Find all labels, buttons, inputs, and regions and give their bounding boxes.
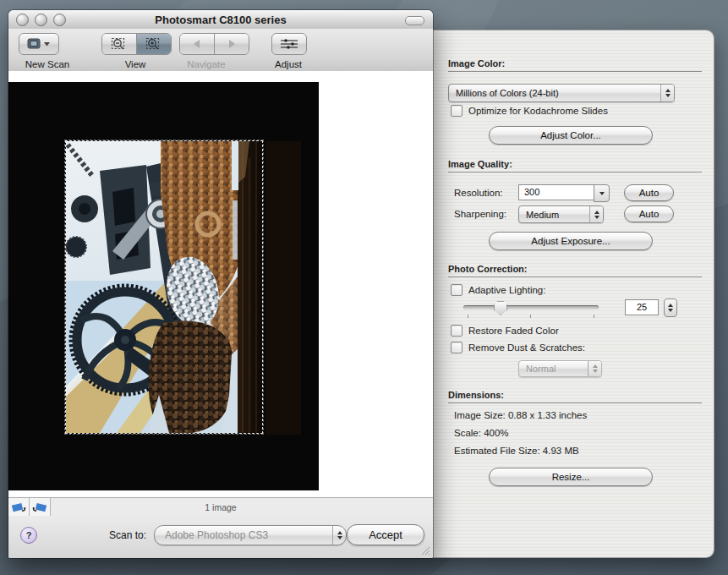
- navigate-label: Navigate: [168, 59, 244, 69]
- dust-scratches-checkbox[interactable]: [451, 342, 463, 353]
- scan-to-popup[interactable]: Adobe Photoshop CS3: [154, 525, 347, 545]
- restore-faded-label: Restore Faded Color: [468, 326, 559, 336]
- navigate-forward-button[interactable]: [214, 34, 249, 54]
- dust-scratches-row: Remove Dust & Scratches:: [451, 342, 585, 353]
- image-color-heading: Image Color:: [448, 58, 702, 72]
- dust-scratches-label: Remove Dust & Scratches:: [468, 342, 585, 353]
- dust-level-popup: Normal: [518, 360, 602, 377]
- popup-stepper-icon: [332, 526, 346, 545]
- slider-thumb[interactable]: [494, 301, 507, 315]
- slider-tick: [468, 315, 468, 318]
- color-depth-popup[interactable]: Millions of Colors (24-bit): [448, 84, 675, 102]
- restore-faded-checkbox[interactable]: [451, 325, 463, 337]
- new-scan-label: New Scan: [9, 59, 85, 69]
- toolbar-toggle-button[interactable]: [405, 16, 424, 25]
- navigate-back-button[interactable]: [180, 34, 214, 54]
- image-count-status: 1 image: [8, 502, 433, 512]
- scanner-icon: [26, 37, 52, 51]
- accept-button[interactable]: Accept: [347, 524, 424, 545]
- adaptive-lighting-stepper[interactable]: [664, 298, 677, 317]
- adjust-label: Adjust: [250, 59, 326, 69]
- resize-grip[interactable]: [419, 545, 430, 556]
- magnifier-plus-icon: [145, 37, 162, 52]
- popup-stepper-icon: [589, 206, 603, 222]
- bottom-bar: ? Scan to: Adobe Photoshop CS3 Accept: [8, 516, 433, 558]
- adaptive-lighting-value-field[interactable]: 25: [625, 299, 659, 315]
- scan-bed: [8, 82, 319, 490]
- slider-tick: [594, 315, 594, 318]
- color-depth-value: Millions of Colors (24-bit): [449, 88, 660, 98]
- new-scan-button[interactable]: [19, 33, 59, 55]
- titlebar[interactable]: Photosmart C8100 series: [8, 10, 433, 30]
- resolution-auto-button[interactable]: Auto: [624, 184, 674, 201]
- scan-selection[interactable]: [65, 140, 263, 434]
- popup-stepper-icon: [588, 361, 601, 376]
- kodachrome-checkbox[interactable]: [451, 105, 463, 117]
- toolbar: New Scan View: [8, 29, 433, 72]
- slider-tick: [530, 315, 531, 318]
- restore-faded-row: Restore Faded Color: [451, 325, 559, 337]
- resize-button[interactable]: Resize...: [489, 468, 653, 486]
- navigate-control: [179, 33, 249, 55]
- image-quality-heading: Image Quality:: [448, 159, 702, 172]
- preview-pane: [8, 71, 433, 497]
- scan-to-label: Scan to:: [97, 529, 146, 541]
- window-title: Photosmart C8100 series: [8, 14, 433, 26]
- sharpening-auto-button[interactable]: Auto: [624, 205, 674, 222]
- sharpening-label: Sharpening:: [454, 209, 506, 219]
- adaptive-lighting-label: Adaptive Lighting:: [468, 285, 545, 295]
- view-label: View: [97, 59, 173, 69]
- file-size-text: Estimated File Size: 4.93 MB: [454, 446, 579, 456]
- dropdown-arrow-icon[interactable]: [594, 184, 610, 202]
- scale-text: Scale: 400%: [454, 428, 509, 438]
- resolution-value[interactable]: 300: [518, 184, 594, 200]
- scan-window: Photosmart C8100 series New Scan: [8, 10, 433, 558]
- magnifier-minus-icon: [111, 37, 128, 52]
- settings-drawer: Image Color: Millions of Colors (24-bit)…: [427, 30, 714, 558]
- forward-arrow-icon: [226, 39, 238, 49]
- dimensions-heading: Dimensions:: [448, 390, 702, 403]
- sharpening-value: Medium: [519, 210, 589, 220]
- kodachrome-row: Optimize for Kodachrome Slides: [451, 105, 608, 117]
- adaptive-lighting-slider[interactable]: [463, 305, 599, 309]
- zoom-in-button[interactable]: [136, 34, 171, 54]
- popup-stepper-icon: [660, 85, 674, 101]
- view-segmented-control: [101, 33, 172, 55]
- preview-statusbar: 1 image: [8, 497, 433, 518]
- adjust-exposure-button[interactable]: Adjust Exposure...: [489, 232, 653, 250]
- resolution-combo[interactable]: 300: [518, 184, 610, 202]
- resolution-label: Resolution:: [454, 188, 503, 198]
- help-button[interactable]: ?: [20, 527, 37, 544]
- scan-to-value: Adobe Photoshop CS3: [155, 529, 332, 541]
- dust-level-value: Normal: [519, 364, 588, 374]
- image-size-text: Image Size: 0.88 x 1.33 inches: [454, 410, 587, 420]
- sliders-icon: [280, 37, 298, 51]
- adjust-button[interactable]: [271, 33, 307, 55]
- adaptive-lighting-checkbox[interactable]: [451, 284, 463, 296]
- back-arrow-icon: [191, 39, 203, 49]
- adaptive-lighting-row: Adaptive Lighting:: [451, 284, 545, 296]
- scan-bed-shadow: [265, 141, 301, 435]
- kodachrome-label: Optimize for Kodachrome Slides: [468, 106, 608, 116]
- adjust-color-button[interactable]: Adjust Color...: [489, 126, 653, 145]
- sharpening-popup[interactable]: Medium: [518, 205, 604, 223]
- photo-correction-heading: Photo Correction:: [448, 264, 702, 277]
- scanned-photo: [66, 141, 262, 433]
- zoom-out-button[interactable]: [102, 34, 136, 54]
